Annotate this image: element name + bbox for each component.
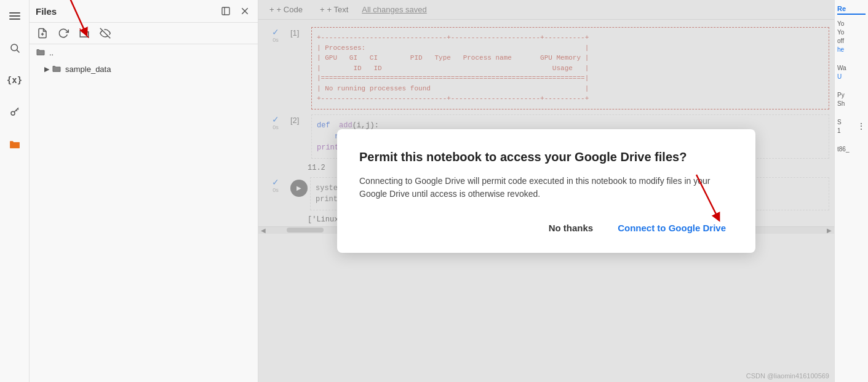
svg-rect-6 — [222, 7, 229, 15]
svg-line-4 — [17, 109, 18, 110]
files-header: Files — [30, 0, 258, 23]
close-panel-button[interactable] — [238, 6, 252, 17]
folder-icon[interactable] — [4, 133, 26, 155]
right-panel-section-2: WaU — [837, 64, 866, 81]
right-panel-section-1: YoYooffhe — [837, 20, 866, 54]
svg-point-2 — [11, 111, 15, 115]
new-file-button[interactable] — [34, 26, 50, 40]
right-panel-section-3: PySh — [837, 91, 866, 108]
dialog-title: Permit this notebook to access your Goog… — [359, 149, 733, 165]
right-panel-tab[interactable]: Re — [837, 5, 866, 15]
main-content: + + Code + + Text All changes saved ✓ 0s… — [258, 0, 834, 382]
new-window-button[interactable] — [218, 5, 233, 17]
svg-line-1 — [17, 50, 19, 52]
sample-data-label: sample_data — [65, 65, 111, 74]
dialog-overlay: Permit this notebook to access your Goog… — [258, 0, 834, 382]
permission-dialog: Permit this notebook to access your Goog… — [337, 129, 755, 253]
sample-data-folder-item[interactable]: ▶ sample_data — [30, 61, 258, 78]
folder-closed-icon-2 — [52, 63, 62, 75]
no-thanks-button[interactable]: No thanks — [541, 218, 601, 238]
left-icon-strip: {x} — [0, 0, 30, 382]
hamburger-menu[interactable] — [4, 5, 26, 27]
connect-google-drive-button[interactable]: Connect to Google Drive — [610, 218, 733, 238]
expand-arrow-icon[interactable]: ▶ — [44, 65, 49, 73]
right-panel: Re YoYooffhe WaU PySh S1 ⋮ t86_ — [834, 0, 868, 382]
folder-off-button[interactable] — [76, 26, 92, 40]
svg-point-0 — [11, 44, 18, 51]
files-header-icons — [218, 5, 252, 17]
dialog-body: Connecting to Google Drive will permit c… — [359, 175, 733, 201]
files-toolbar — [30, 23, 258, 44]
more-options-icon[interactable]: ⋮ — [857, 121, 866, 133]
parent-folder-label: .. — [49, 48, 54, 57]
files-panel: Files — [30, 0, 258, 382]
right-panel-section-5: t86_ — [837, 145, 866, 154]
refresh-button[interactable] — [55, 26, 71, 40]
right-panel-section-4: S1 ⋮ — [837, 118, 866, 135]
variable-icon[interactable]: {x} — [4, 69, 26, 91]
files-title: Files — [36, 6, 57, 17]
sidebar: {x} Files — [0, 0, 258, 382]
svg-line-5 — [16, 110, 17, 111]
key-icon[interactable] — [4, 101, 26, 123]
dialog-actions: No thanks Connect to Google Drive — [359, 218, 733, 238]
folder-closed-icon — [36, 47, 46, 58]
parent-folder-item[interactable]: .. — [30, 44, 258, 61]
eye-off-button[interactable] — [97, 26, 113, 40]
search-icon[interactable] — [4, 37, 26, 59]
